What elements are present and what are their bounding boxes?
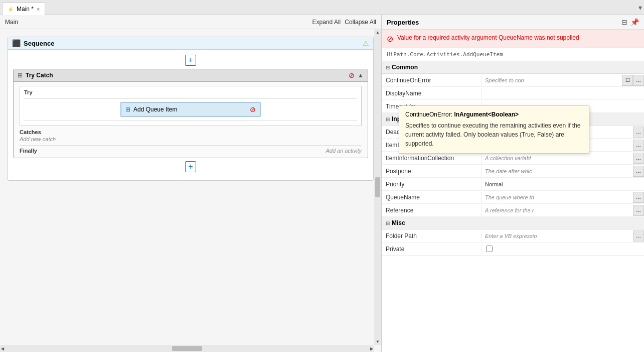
prop-input-postpone[interactable]: The date after whic — [482, 167, 633, 176]
prop-name-reference: Reference — [382, 205, 482, 216]
prop-ellipsis-reference[interactable]: … — [633, 205, 644, 216]
scrollbar-horizontal[interactable]: ◀ ▶ — [0, 345, 374, 352]
scroll-thumb-horizontal[interactable] — [172, 346, 202, 351]
prop-value-continue-on-error: Specifies to con ☐ … — [482, 75, 644, 86]
breadcrumb: Main — [5, 19, 18, 26]
prop-input-item-information-collection[interactable]: A collection variabl — [482, 154, 633, 163]
prop-name-display-name: DisplayName — [382, 88, 482, 99]
main-layout: Main Expand All Collapse All ⬛ Sequence … — [0, 15, 644, 352]
prop-ellipsis-queue-name[interactable]: … — [633, 192, 644, 203]
prop-value-display-name — [482, 92, 644, 95]
prop-input-folder-path[interactable]: Enter a VB expressio — [482, 231, 633, 241]
prop-value-postpone: The date after whic … — [482, 166, 644, 177]
error-banner: ⊘ Value for a required activity argument… — [382, 30, 644, 48]
add-button-bottom[interactable]: + — [185, 161, 196, 172]
prop-input-queue-name[interactable]: The queue where th — [482, 193, 633, 202]
prop-ellipsis-continue-on-error[interactable]: … — [633, 75, 644, 86]
prop-ellipsis-item-information-collection[interactable]: … — [633, 153, 644, 164]
prop-ellipsis-folder-path[interactable]: … — [633, 230, 644, 242]
section-header-misc[interactable]: ⊟ Misc — [382, 217, 644, 229]
section-header-common[interactable]: ⊟ Common — [382, 61, 644, 74]
sequence-title-row: ⬛ Sequence — [12, 39, 54, 47]
add-activity-placeholder[interactable]: Add an activity — [326, 148, 362, 154]
common-section-label: Common — [392, 64, 418, 71]
prop-name-private: Private — [382, 244, 482, 255]
misc-section-label: Misc — [392, 219, 405, 226]
prop-name-queue-name: QueueName — [382, 192, 482, 203]
prop-row-postpone: Postpone The date after whic … — [382, 165, 644, 178]
prop-ellipsis-postpone[interactable]: … — [633, 166, 644, 177]
prop-row-private: Private — [382, 243, 644, 256]
prop-row-reference: Reference A reference for the r … — [382, 204, 644, 217]
scroll-thumb-vertical[interactable] — [375, 177, 380, 197]
tooltip-title-type: InArgument<Boolean> — [454, 111, 519, 118]
prop-value-queue-name: The queue where th … — [482, 192, 644, 203]
expand-all-button[interactable]: Expand All — [312, 19, 341, 26]
prop-value-reference: A reference for the r … — [482, 205, 644, 216]
prop-value-private — [482, 246, 644, 252]
breadcrumb-bar: Main Expand All Collapse All — [0, 15, 381, 29]
scrollbar-vertical[interactable]: ▲ ▼ — [374, 29, 381, 345]
try-catch-body: Try ⊞ Add Queue Item ⊘ — [14, 82, 368, 158]
properties-table: ⊟ Common ContinueOnError Specifies to co… — [382, 61, 644, 352]
tooltip-title: ContinueOnError: InArgument<Boolean> — [405, 111, 583, 118]
scroll-down-arrow[interactable]: ▼ — [376, 339, 380, 344]
tab-bar-chevron[interactable]: ▾ — [638, 4, 642, 12]
finally-label: Finally — [20, 148, 37, 154]
canvas-scroll[interactable]: ⬛ Sequence ⚠ + ⊞ Try Catch — [0, 29, 381, 352]
tab-label: Main * — [17, 6, 34, 13]
try-section: Try ⊞ Add Queue Item ⊘ — [20, 86, 362, 126]
try-catch-icon: ⊞ — [18, 72, 23, 79]
input-collapse-icon: ⊟ — [386, 116, 390, 122]
sequence-warning-icon: ⚠ — [363, 39, 369, 47]
tooltip-body: Specifies to continue executing the rema… — [405, 121, 583, 148]
properties-title: Properties — [387, 19, 419, 26]
prop-input-reference[interactable]: A reference for the r — [482, 206, 633, 215]
add-button-top[interactable]: + — [185, 55, 196, 66]
prop-checkbox-private[interactable] — [486, 246, 493, 252]
prop-ellipsis-deadline[interactable]: … — [633, 127, 644, 138]
scroll-up-arrow[interactable]: ▲ — [376, 30, 380, 35]
prop-input-priority[interactable]: Normal — [482, 180, 644, 189]
main-tab[interactable]: ⚡ Main * × — [2, 3, 45, 16]
properties-pin-icon[interactable]: 📌 — [630, 18, 639, 26]
prop-btn-continue-on-error-check[interactable]: ☐ — [622, 75, 633, 86]
try-catch-collapse-button[interactable]: ▲ — [358, 72, 364, 79]
tooltip-title-prefix: ContinueOnError: — [405, 111, 454, 118]
prop-value-item-information-collection: A collection variabl … — [482, 153, 644, 164]
try-catch-header: ⊞ Try Catch ⊘ ▲ — [14, 69, 368, 82]
misc-collapse-icon: ⊟ — [386, 220, 390, 226]
try-label: Try — [24, 89, 357, 95]
collapse-all-button[interactable]: Collapse All — [345, 19, 376, 26]
prop-input-continue-on-error[interactable]: Specifies to con — [482, 76, 622, 85]
properties-panel: Properties ⊟ 📌 ⊘ Value for a required ac… — [381, 15, 644, 352]
error-banner-icon: ⊘ — [387, 34, 393, 44]
tab-close-button[interactable]: × — [37, 6, 40, 12]
common-collapse-icon: ⊟ — [386, 65, 390, 70]
error-banner-text: Value for a required activity argument Q… — [397, 34, 579, 42]
try-catch-error-icon: ⊘ — [349, 71, 355, 79]
try-catch-title: Try Catch — [26, 72, 53, 79]
scroll-right-arrow[interactable]: ▶ — [370, 346, 373, 351]
prop-value-folder-path: Enter a VB expressio … — [482, 230, 644, 242]
add-new-catch[interactable]: Add new catch — [20, 136, 362, 142]
activity-path: UiPath.Core.Activities.AddQueueItem — [382, 48, 644, 61]
try-catch-container: ⊞ Try Catch ⊘ ▲ Try — [13, 69, 368, 158]
sequence-header: ⬛ Sequence ⚠ — [8, 37, 373, 50]
properties-collapse-icon[interactable]: ⊟ — [621, 18, 627, 26]
tab-bar: ⚡ Main * × ▾ — [0, 0, 644, 15]
prop-ellipsis-item-information[interactable]: … — [633, 140, 644, 151]
tooltip-box: ContinueOnError: InArgument<Boolean> Spe… — [399, 105, 589, 154]
scroll-left-arrow[interactable]: ◀ — [1, 346, 4, 351]
properties-actions: ⊟ 📌 — [621, 18, 639, 26]
properties-header: Properties ⊟ 📌 — [382, 15, 644, 30]
catches-label: Catches — [20, 129, 362, 135]
prop-row-display-name: DisplayName — [382, 87, 644, 100]
canvas-inner: ⬛ Sequence ⚠ + ⊞ Try Catch — [0, 29, 381, 188]
prop-input-display-name[interactable] — [482, 92, 644, 95]
sequence-title: Sequence — [24, 40, 54, 47]
prop-row-folder-path: Folder Path Enter a VB expressio … — [382, 229, 644, 243]
canvas-area: Main Expand All Collapse All ⬛ Sequence … — [0, 15, 381, 352]
add-queue-item-activity[interactable]: ⊞ Add Queue Item ⊘ — [120, 102, 261, 117]
prop-name-continue-on-error: ContinueOnError — [382, 75, 482, 86]
